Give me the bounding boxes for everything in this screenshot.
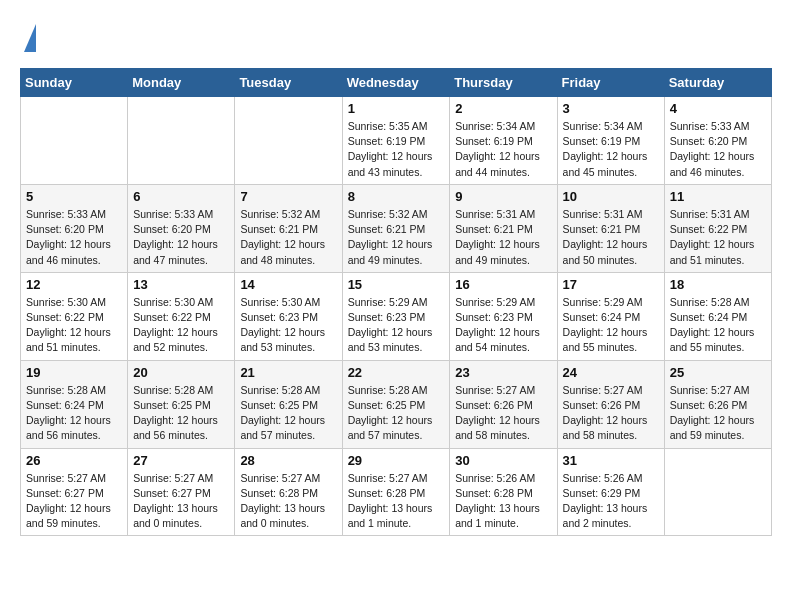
day-info: Sunrise: 5:31 AM Sunset: 6:22 PM Dayligh…	[670, 207, 766, 268]
calendar-cell: 28Sunrise: 5:27 AM Sunset: 6:28 PM Dayli…	[235, 448, 342, 536]
day-number: 24	[563, 365, 659, 380]
day-number: 1	[348, 101, 445, 116]
day-number: 30	[455, 453, 551, 468]
day-number: 18	[670, 277, 766, 292]
logo-triangle-icon	[24, 24, 36, 52]
day-number: 26	[26, 453, 122, 468]
day-number: 9	[455, 189, 551, 204]
day-number: 14	[240, 277, 336, 292]
day-number: 25	[670, 365, 766, 380]
calendar-cell: 13Sunrise: 5:30 AM Sunset: 6:22 PM Dayli…	[128, 272, 235, 360]
day-info: Sunrise: 5:26 AM Sunset: 6:29 PM Dayligh…	[563, 471, 659, 532]
day-info: Sunrise: 5:28 AM Sunset: 6:25 PM Dayligh…	[240, 383, 336, 444]
day-info: Sunrise: 5:27 AM Sunset: 6:28 PM Dayligh…	[348, 471, 445, 532]
day-number: 21	[240, 365, 336, 380]
calendar-cell: 19Sunrise: 5:28 AM Sunset: 6:24 PM Dayli…	[21, 360, 128, 448]
day-number: 17	[563, 277, 659, 292]
day-info: Sunrise: 5:27 AM Sunset: 6:26 PM Dayligh…	[563, 383, 659, 444]
day-number: 13	[133, 277, 229, 292]
day-number: 12	[26, 277, 122, 292]
calendar-table: SundayMondayTuesdayWednesdayThursdayFrid…	[20, 68, 772, 536]
day-info: Sunrise: 5:34 AM Sunset: 6:19 PM Dayligh…	[563, 119, 659, 180]
calendar-cell: 3Sunrise: 5:34 AM Sunset: 6:19 PM Daylig…	[557, 97, 664, 185]
calendar-cell: 1Sunrise: 5:35 AM Sunset: 6:19 PM Daylig…	[342, 97, 450, 185]
calendar-cell: 22Sunrise: 5:28 AM Sunset: 6:25 PM Dayli…	[342, 360, 450, 448]
calendar-cell: 25Sunrise: 5:27 AM Sunset: 6:26 PM Dayli…	[664, 360, 771, 448]
calendar-cell: 2Sunrise: 5:34 AM Sunset: 6:19 PM Daylig…	[450, 97, 557, 185]
calendar-week-row: 5Sunrise: 5:33 AM Sunset: 6:20 PM Daylig…	[21, 184, 772, 272]
day-number: 7	[240, 189, 336, 204]
calendar-cell: 4Sunrise: 5:33 AM Sunset: 6:20 PM Daylig…	[664, 97, 771, 185]
calendar-cell: 31Sunrise: 5:26 AM Sunset: 6:29 PM Dayli…	[557, 448, 664, 536]
calendar-cell: 12Sunrise: 5:30 AM Sunset: 6:22 PM Dayli…	[21, 272, 128, 360]
day-info: Sunrise: 5:30 AM Sunset: 6:23 PM Dayligh…	[240, 295, 336, 356]
day-number: 29	[348, 453, 445, 468]
day-number: 27	[133, 453, 229, 468]
day-info: Sunrise: 5:32 AM Sunset: 6:21 PM Dayligh…	[240, 207, 336, 268]
day-info: Sunrise: 5:27 AM Sunset: 6:27 PM Dayligh…	[133, 471, 229, 532]
day-number: 31	[563, 453, 659, 468]
day-number: 4	[670, 101, 766, 116]
calendar-cell: 30Sunrise: 5:26 AM Sunset: 6:28 PM Dayli…	[450, 448, 557, 536]
day-number: 8	[348, 189, 445, 204]
day-number: 15	[348, 277, 445, 292]
calendar-cell: 26Sunrise: 5:27 AM Sunset: 6:27 PM Dayli…	[21, 448, 128, 536]
calendar-cell: 17Sunrise: 5:29 AM Sunset: 6:24 PM Dayli…	[557, 272, 664, 360]
day-of-week-header: Wednesday	[342, 69, 450, 97]
day-of-week-header: Saturday	[664, 69, 771, 97]
day-info: Sunrise: 5:30 AM Sunset: 6:22 PM Dayligh…	[26, 295, 122, 356]
day-info: Sunrise: 5:26 AM Sunset: 6:28 PM Dayligh…	[455, 471, 551, 532]
day-number: 5	[26, 189, 122, 204]
day-info: Sunrise: 5:27 AM Sunset: 6:27 PM Dayligh…	[26, 471, 122, 532]
day-info: Sunrise: 5:35 AM Sunset: 6:19 PM Dayligh…	[348, 119, 445, 180]
day-number: 6	[133, 189, 229, 204]
calendar-week-row: 19Sunrise: 5:28 AM Sunset: 6:24 PM Dayli…	[21, 360, 772, 448]
calendar-cell: 29Sunrise: 5:27 AM Sunset: 6:28 PM Dayli…	[342, 448, 450, 536]
calendar-cell: 10Sunrise: 5:31 AM Sunset: 6:21 PM Dayli…	[557, 184, 664, 272]
calendar-cell: 24Sunrise: 5:27 AM Sunset: 6:26 PM Dayli…	[557, 360, 664, 448]
day-number: 28	[240, 453, 336, 468]
day-number: 23	[455, 365, 551, 380]
day-info: Sunrise: 5:27 AM Sunset: 6:26 PM Dayligh…	[670, 383, 766, 444]
calendar-cell: 14Sunrise: 5:30 AM Sunset: 6:23 PM Dayli…	[235, 272, 342, 360]
day-info: Sunrise: 5:28 AM Sunset: 6:25 PM Dayligh…	[133, 383, 229, 444]
day-number: 3	[563, 101, 659, 116]
day-info: Sunrise: 5:33 AM Sunset: 6:20 PM Dayligh…	[133, 207, 229, 268]
day-number: 19	[26, 365, 122, 380]
logo	[20, 20, 36, 52]
day-info: Sunrise: 5:27 AM Sunset: 6:28 PM Dayligh…	[240, 471, 336, 532]
day-number: 2	[455, 101, 551, 116]
day-info: Sunrise: 5:29 AM Sunset: 6:24 PM Dayligh…	[563, 295, 659, 356]
day-info: Sunrise: 5:33 AM Sunset: 6:20 PM Dayligh…	[26, 207, 122, 268]
day-of-week-header: Thursday	[450, 69, 557, 97]
calendar-cell: 27Sunrise: 5:27 AM Sunset: 6:27 PM Dayli…	[128, 448, 235, 536]
day-info: Sunrise: 5:29 AM Sunset: 6:23 PM Dayligh…	[455, 295, 551, 356]
day-number: 10	[563, 189, 659, 204]
calendar-cell: 18Sunrise: 5:28 AM Sunset: 6:24 PM Dayli…	[664, 272, 771, 360]
day-info: Sunrise: 5:30 AM Sunset: 6:22 PM Dayligh…	[133, 295, 229, 356]
day-info: Sunrise: 5:31 AM Sunset: 6:21 PM Dayligh…	[563, 207, 659, 268]
calendar-cell: 6Sunrise: 5:33 AM Sunset: 6:20 PM Daylig…	[128, 184, 235, 272]
day-number: 11	[670, 189, 766, 204]
day-number: 16	[455, 277, 551, 292]
day-info: Sunrise: 5:28 AM Sunset: 6:24 PM Dayligh…	[670, 295, 766, 356]
day-of-week-header: Friday	[557, 69, 664, 97]
header	[20, 20, 772, 52]
day-number: 22	[348, 365, 445, 380]
calendar-cell: 20Sunrise: 5:28 AM Sunset: 6:25 PM Dayli…	[128, 360, 235, 448]
calendar-cell: 9Sunrise: 5:31 AM Sunset: 6:21 PM Daylig…	[450, 184, 557, 272]
day-info: Sunrise: 5:33 AM Sunset: 6:20 PM Dayligh…	[670, 119, 766, 180]
calendar-cell	[128, 97, 235, 185]
calendar-cell: 8Sunrise: 5:32 AM Sunset: 6:21 PM Daylig…	[342, 184, 450, 272]
calendar-cell	[21, 97, 128, 185]
day-of-week-header: Sunday	[21, 69, 128, 97]
day-info: Sunrise: 5:28 AM Sunset: 6:24 PM Dayligh…	[26, 383, 122, 444]
calendar-week-row: 12Sunrise: 5:30 AM Sunset: 6:22 PM Dayli…	[21, 272, 772, 360]
day-of-week-header: Tuesday	[235, 69, 342, 97]
day-info: Sunrise: 5:34 AM Sunset: 6:19 PM Dayligh…	[455, 119, 551, 180]
day-info: Sunrise: 5:29 AM Sunset: 6:23 PM Dayligh…	[348, 295, 445, 356]
calendar-week-row: 26Sunrise: 5:27 AM Sunset: 6:27 PM Dayli…	[21, 448, 772, 536]
calendar-cell: 11Sunrise: 5:31 AM Sunset: 6:22 PM Dayli…	[664, 184, 771, 272]
day-info: Sunrise: 5:32 AM Sunset: 6:21 PM Dayligh…	[348, 207, 445, 268]
calendar-cell: 7Sunrise: 5:32 AM Sunset: 6:21 PM Daylig…	[235, 184, 342, 272]
